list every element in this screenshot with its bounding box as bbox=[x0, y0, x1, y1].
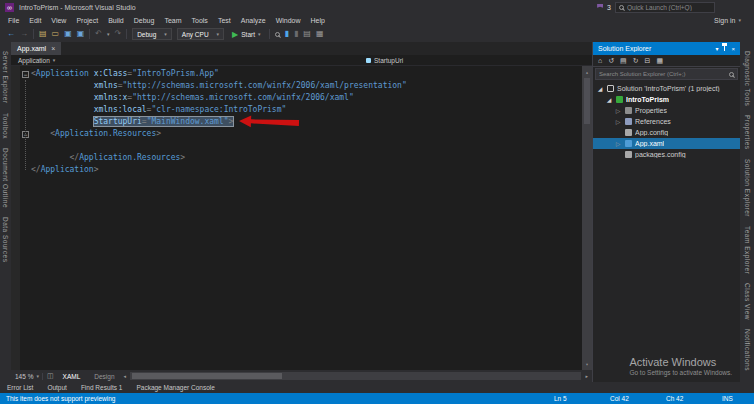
tree-item-app-config[interactable]: App.config bbox=[593, 127, 740, 138]
solution-search-input[interactable]: Search Solution Explorer (Ctrl+;) bbox=[595, 68, 738, 80]
scroll-down-icon[interactable]: ▾ bbox=[585, 358, 588, 370]
sign-in-button[interactable]: Sign in bbox=[714, 17, 735, 24]
code-line[interactable]: xmlns:x="http://schemas.microsoft.com/wi… bbox=[20, 92, 582, 104]
bookmark-icon[interactable]: ▮ bbox=[285, 29, 289, 39]
menu-item-view[interactable]: View bbox=[46, 17, 71, 24]
panel-tab-find-results-1[interactable]: Find Results 1 bbox=[81, 384, 123, 391]
redo-icon[interactable]: ↷ bbox=[114, 29, 121, 39]
chevron-down-icon[interactable]: ▾ bbox=[738, 17, 741, 23]
side-tab-server-explorer[interactable]: Server Explorer bbox=[2, 51, 9, 104]
menu-item-analyze[interactable]: Analyze bbox=[236, 17, 271, 24]
collapsed-expander-icon[interactable]: ▷ bbox=[614, 140, 622, 147]
fold-collapse-icon[interactable]: − bbox=[22, 71, 29, 78]
split-view-icon[interactable]: ◫ bbox=[47, 372, 54, 380]
side-tab-properties[interactable]: Properties bbox=[744, 115, 751, 150]
solution-configuration-dropdown[interactable]: Debug ▾ bbox=[132, 28, 172, 40]
menu-item-edit[interactable]: Edit bbox=[24, 17, 46, 24]
expanded-expander-icon[interactable]: ◢ bbox=[596, 85, 604, 92]
collapsed-expander-icon[interactable]: ▷ bbox=[614, 107, 622, 114]
panel-tab-package-manager-console[interactable]: Package Manager Console bbox=[136, 384, 214, 391]
find-in-files-icon[interactable] bbox=[275, 32, 280, 37]
quick-launch-input[interactable]: Quick Launch (Ctrl+Q) bbox=[615, 2, 715, 13]
feedback-flag-icon[interactable] bbox=[597, 4, 603, 11]
panel-tab-error-list[interactable]: Error List bbox=[7, 384, 33, 391]
side-tab-data-sources[interactable]: Data Sources bbox=[2, 217, 9, 262]
menu-item-tools[interactable]: Tools bbox=[187, 17, 213, 24]
tree-item-solution-introtoprism-1-project[interactable]: ◢Solution 'IntroToPrism' (1 project) bbox=[593, 83, 740, 94]
open-folder-icon[interactable]: ▭ bbox=[52, 29, 60, 39]
undo-dropdown-icon[interactable]: ▾ bbox=[107, 31, 110, 37]
switch-views-icon[interactable]: ↺ bbox=[608, 57, 614, 65]
refresh-icon[interactable]: ↻ bbox=[633, 57, 639, 65]
menu-item-help[interactable]: Help bbox=[306, 17, 330, 24]
side-tab-diagnostic-tools[interactable]: Diagnostic Tools bbox=[744, 51, 751, 106]
side-tab-document-outline[interactable]: Document Outline bbox=[2, 148, 9, 208]
code-line[interactable]: </Application.Resources> bbox=[20, 152, 582, 164]
side-tab-toolbox[interactable]: Toolbox bbox=[2, 113, 9, 139]
navigate-back-icon[interactable]: ← bbox=[7, 29, 15, 39]
code-line[interactable]: xmlns:local="clr-namespace:IntroToPrism" bbox=[20, 104, 582, 116]
xaml-code-editor[interactable]: −<Application x:Class="IntroToPrism.App"… bbox=[11, 66, 592, 370]
tree-item-properties[interactable]: ▷Properties bbox=[593, 105, 740, 116]
side-tab-team-explorer[interactable]: Team Explorer bbox=[744, 226, 751, 274]
menu-item-test[interactable]: Test bbox=[213, 17, 236, 24]
code-line[interactable]: xmlns="http://schemas.microsoft.com/winf… bbox=[20, 80, 582, 92]
tab-app-xaml[interactable]: App.xaml × bbox=[11, 42, 61, 55]
side-tab-notifications[interactable]: Notifications bbox=[744, 329, 751, 371]
save-icon[interactable]: ▣ bbox=[64, 29, 72, 39]
window-position-icon[interactable]: ▾ bbox=[715, 45, 718, 52]
solution-explorer-panel: Solution Explorer ▾ × ⌂ ↺ ▤ ↻ ⊟ ▦ Search… bbox=[592, 42, 740, 382]
tab-design-view[interactable]: Design bbox=[89, 373, 119, 380]
show-all-files-icon[interactable]: ▤ bbox=[620, 57, 627, 65]
expanded-expander-icon[interactable]: ◢ bbox=[605, 96, 613, 103]
start-debugging-button[interactable]: ▶ Start ▾ bbox=[229, 28, 263, 40]
vertical-scrollbar[interactable]: ▴ ▾ bbox=[582, 66, 592, 370]
tree-item-packages-config[interactable]: packages.config bbox=[593, 149, 740, 160]
tree-item-app-xaml[interactable]: ▷App.xaml bbox=[593, 138, 740, 149]
member-dropdown[interactable]: StartupUri bbox=[366, 57, 403, 64]
code-text: xmlns:x="http://schemas.microsoft.com/wi… bbox=[31, 92, 354, 104]
menu-item-file[interactable]: File bbox=[3, 17, 24, 24]
menu-item-build[interactable]: Build bbox=[103, 17, 129, 24]
tree-item-references[interactable]: ▷References bbox=[593, 116, 740, 127]
save-all-icon[interactable]: ▣ bbox=[77, 29, 85, 39]
code-line[interactable]: </Application> bbox=[20, 164, 582, 176]
panel-tab-output[interactable]: Output bbox=[47, 384, 67, 391]
solution-explorer-header[interactable]: Solution Explorer ▾ × bbox=[593, 42, 740, 55]
collapsed-expander-icon[interactable]: ▷ bbox=[614, 118, 622, 125]
scroll-right-icon[interactable]: ▸ bbox=[585, 373, 588, 379]
menu-item-window[interactable]: Window bbox=[271, 17, 306, 24]
scrollbar-thumb[interactable] bbox=[584, 78, 590, 124]
breakpoint-margin[interactable] bbox=[11, 66, 20, 370]
solution-platform-dropdown[interactable]: Any CPU ▾ bbox=[177, 28, 224, 40]
code-line[interactable] bbox=[20, 140, 582, 152]
home-icon[interactable]: ⌂ bbox=[598, 57, 602, 64]
type-dropdown[interactable]: Application bbox=[18, 57, 50, 64]
side-tab-solution-explorer[interactable]: Solution Explorer bbox=[744, 159, 751, 217]
scroll-up-icon[interactable]: ▴ bbox=[585, 66, 588, 78]
next-bookmark-icon[interactable]: ▮ bbox=[294, 29, 298, 39]
properties-window-icon[interactable]: ▦ bbox=[656, 57, 663, 65]
menu-item-project[interactable]: Project bbox=[71, 17, 103, 24]
menu-item-debug[interactable]: Debug bbox=[129, 17, 160, 24]
tab-xaml-view[interactable]: XAML bbox=[58, 373, 86, 380]
side-tab-class-view[interactable]: Class View bbox=[744, 283, 751, 320]
undo-icon[interactable]: ↶ bbox=[95, 29, 102, 39]
horizontal-scrollbar[interactable] bbox=[130, 372, 581, 380]
code-line[interactable]: −<Application x:Class="IntroToPrism.App" bbox=[20, 68, 582, 80]
code-line[interactable]: − <Application.Resources> bbox=[20, 128, 582, 140]
collapse-all-icon[interactable]: ⊟ bbox=[645, 57, 651, 65]
pin-icon[interactable] bbox=[724, 46, 725, 51]
close-panel-icon[interactable]: × bbox=[731, 46, 735, 52]
scrollbar-thumb[interactable] bbox=[132, 373, 282, 379]
scroll-left-icon[interactable]: ◂ bbox=[124, 373, 127, 379]
zoom-dropdown[interactable]: 145 % ▾ bbox=[15, 373, 43, 380]
grid-icon[interactable]: ▦ bbox=[316, 29, 324, 39]
line-list-icon[interactable]: ▤ bbox=[303, 29, 311, 39]
chevron-down-icon[interactable]: ▾ bbox=[53, 57, 56, 63]
navigate-forward-icon[interactable]: → bbox=[20, 29, 28, 39]
close-tab-icon[interactable]: × bbox=[51, 45, 55, 52]
menu-item-team[interactable]: Team bbox=[159, 17, 186, 24]
tree-item-introtoprism[interactable]: ◢IntroToPrism bbox=[593, 94, 740, 105]
new-file-icon[interactable]: ▤ bbox=[39, 29, 47, 39]
